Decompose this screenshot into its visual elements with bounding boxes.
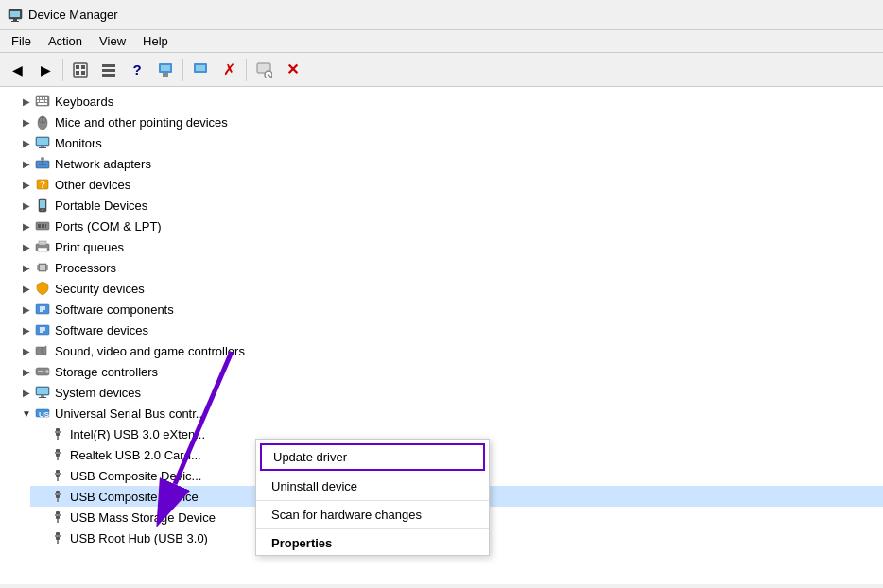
svg-rect-53 (40, 265, 45, 270)
sw-comp-icon (34, 302, 51, 317)
network-label: Network adapters (55, 157, 151, 171)
svg-rect-13 (161, 65, 170, 71)
update-driver-button[interactable] (187, 57, 214, 83)
print-icon (34, 239, 51, 254)
monitors-label: Monitors (55, 136, 102, 150)
uninstall-button[interactable]: ✗ (216, 57, 242, 83)
svg-rect-6 (81, 65, 85, 69)
scan-button[interactable] (251, 57, 277, 83)
expander-portable[interactable]: ▶ (19, 198, 34, 213)
usb-root-label: Universal Serial Bus contr... (55, 406, 206, 421)
sound-icon (34, 343, 51, 358)
tree-item-system[interactable]: ▶ System devices (15, 382, 883, 403)
expander-network[interactable]: ▶ (19, 156, 34, 171)
tree-item-security[interactable]: ▶ Security devices (15, 278, 883, 299)
expander-sound[interactable]: ▶ (19, 343, 34, 358)
intel-usb-label: Intel(R) USB 3.0 eXten... (70, 427, 205, 441)
svg-rect-96 (57, 540, 59, 544)
help-button[interactable]: ? (124, 57, 150, 83)
svg-rect-80 (55, 431, 61, 433)
menu-file[interactable]: File (4, 32, 39, 50)
svg-point-71 (45, 370, 49, 373)
list-button[interactable] (95, 57, 122, 83)
usb-comp1-icon (49, 468, 66, 483)
forward-button[interactable]: ▶ (32, 57, 59, 83)
menu-help[interactable]: Help (135, 32, 176, 50)
expander-sw-dev[interactable]: ▶ (19, 322, 34, 337)
expander-storage[interactable]: ▶ (19, 364, 34, 379)
main-content: ▶ Keyboards ▶ Mice and other pointing de… (0, 87, 883, 584)
usb-mass-label: USB Mass Storage Device (70, 510, 216, 525)
sw-dev-label: Software devices (55, 323, 148, 337)
tree-item-keyboards[interactable]: ▶ Keyboards (15, 91, 883, 112)
system-label: System devices (55, 386, 141, 400)
svg-rect-81 (57, 436, 59, 440)
tree-item-storage[interactable]: ▶ Storage controllers (15, 361, 883, 382)
show-hide-button[interactable] (67, 57, 94, 83)
realtek-usb-label: Realtek USB 2.0 Card... (70, 448, 201, 462)
tree-item-sw-dev[interactable]: ▶ Software devices (15, 320, 883, 340)
expander-other[interactable]: ▶ (19, 177, 34, 192)
expander-keyboards[interactable]: ▶ (19, 94, 34, 109)
usb-root-icon: USB (34, 406, 51, 421)
menu-view[interactable]: View (92, 32, 133, 50)
svg-rect-46 (38, 224, 41, 228)
menu-action[interactable]: Action (41, 32, 90, 50)
ports-icon (34, 218, 51, 233)
security-label: Security devices (55, 282, 145, 296)
svg-rect-25 (37, 100, 39, 102)
tree-item-processors[interactable]: ▶ Processors (15, 257, 883, 278)
svg-rect-9 (102, 64, 115, 67)
svg-rect-1 (10, 11, 20, 17)
tree-item-sw-comp[interactable]: ▶ Software components (15, 299, 883, 320)
tree-item-mice[interactable]: ▶ Mice and other pointing devices (15, 112, 883, 132)
properties-button[interactable] (152, 57, 179, 83)
expander-processors[interactable]: ▶ (19, 260, 34, 275)
context-menu: Update driver Uninstall device Scan for … (255, 439, 490, 556)
tree-item-usb-root[interactable]: ▼ USB Universal Serial Bus contr... (15, 403, 883, 424)
context-menu-uninstall[interactable]: Uninstall device (256, 475, 489, 498)
keyboard-icon (34, 94, 51, 109)
svg-rect-14 (163, 73, 168, 77)
tree-item-ports[interactable]: ▶ Ports (COM & LPT) (15, 216, 883, 236)
expander-ports[interactable]: ▶ (19, 218, 34, 233)
context-menu-properties[interactable]: Properties (256, 531, 489, 555)
svg-rect-51 (38, 248, 47, 251)
properties-label: Properties (271, 536, 332, 550)
tree-item-network[interactable]: ▶ Network adapters (15, 153, 883, 174)
network-icon (34, 156, 51, 171)
expander-monitors[interactable]: ▶ (19, 135, 34, 150)
disable-button[interactable]: ✕ (279, 57, 305, 83)
tree-item-other[interactable]: ▶ ? Other devices (15, 174, 883, 195)
back-button[interactable]: ◀ (4, 57, 30, 83)
expander-system[interactable]: ▶ (19, 385, 34, 400)
svg-text:?: ? (40, 180, 45, 190)
usb-hub-icon (49, 530, 66, 545)
title-text: Device Manager (28, 8, 118, 22)
sw-comp-label: Software components (55, 303, 174, 317)
toolbar-separator-3 (246, 59, 247, 81)
svg-rect-50 (39, 241, 46, 245)
svg-rect-76 (39, 397, 46, 398)
tree-item-portable[interactable]: ▶ Portable Devices (15, 195, 883, 216)
tree-item-sound[interactable]: ▶ Sound, video and game controllers (15, 340, 883, 361)
monitor-icon (34, 135, 51, 150)
expander-mice[interactable]: ▶ (19, 114, 34, 130)
svg-rect-43 (40, 200, 45, 208)
expander-security[interactable]: ▶ (19, 281, 34, 296)
context-menu-update-driver[interactable]: Update driver (260, 443, 485, 471)
portable-label: Portable Devices (55, 199, 147, 213)
expander-usb-root[interactable]: ▼ (19, 406, 34, 421)
tree-item-print[interactable]: ▶ Print queues (15, 236, 883, 257)
tree-item-monitors[interactable]: ▶ Monitors (15, 132, 883, 153)
context-menu-scan[interactable]: Scan for hardware changes (256, 503, 489, 527)
expander-print[interactable]: ▶ (19, 239, 34, 254)
svg-rect-16 (196, 65, 205, 71)
update-driver-label: Update driver (273, 450, 347, 464)
svg-rect-11 (102, 74, 115, 77)
expander-sw-comp[interactable]: ▶ (19, 302, 34, 317)
svg-rect-24 (45, 97, 47, 99)
svg-rect-7 (76, 71, 79, 75)
svg-rect-5 (76, 65, 79, 69)
toolbar: ◀ ▶ ? ✗ ✕ (0, 53, 883, 87)
